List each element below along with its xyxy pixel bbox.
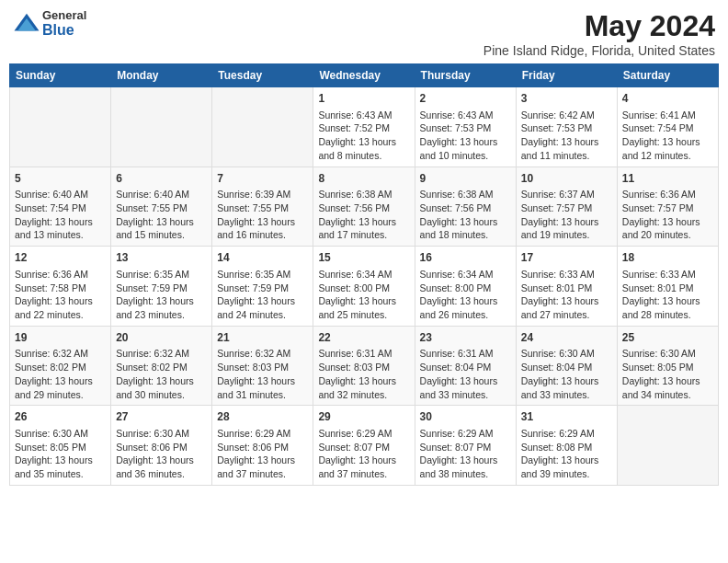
logo-text: General Blue — [42, 9, 86, 39]
day-info-line: Sunset: 7:56 PM — [420, 201, 511, 215]
day-info-line: Sunset: 7:55 PM — [217, 201, 308, 215]
calendar-cell: 30Sunrise: 6:29 AMSunset: 8:07 PMDayligh… — [415, 406, 516, 486]
logo-blue: Blue — [42, 22, 86, 39]
day-info-line: Sunset: 8:02 PM — [116, 361, 207, 374]
day-info-line: Sunset: 7:56 PM — [318, 201, 409, 215]
day-info-line: Sunrise: 6:38 AM — [318, 188, 409, 201]
day-info-line: Daylight: 13 hours — [521, 454, 612, 467]
calendar-cell: 23Sunrise: 6:31 AMSunset: 8:04 PMDayligh… — [415, 326, 516, 406]
day-number: 8 — [318, 171, 409, 187]
day-number: 12 — [15, 250, 106, 266]
header-cell-monday: Monday — [111, 64, 212, 87]
day-info-line: Sunset: 7:55 PM — [116, 201, 207, 215]
day-number: 19 — [15, 330, 106, 346]
day-info-line: Sunrise: 6:33 AM — [622, 268, 713, 282]
day-number: 31 — [521, 409, 612, 425]
day-info-line: Sunset: 8:05 PM — [15, 441, 106, 454]
day-info-line: Daylight: 13 hours — [521, 294, 612, 308]
day-info-line: Sunrise: 6:31 AM — [420, 347, 511, 361]
title-block: May 2024 Pine Island Ridge, Florida, Uni… — [483, 9, 715, 58]
day-number: 10 — [521, 171, 612, 187]
day-info-line: Daylight: 13 hours — [521, 374, 612, 388]
calendar-cell: 24Sunrise: 6:30 AMSunset: 8:04 PMDayligh… — [516, 326, 617, 406]
calendar-cell: 2Sunrise: 6:43 AMSunset: 7:53 PMDaylight… — [415, 87, 516, 167]
day-info-line: Daylight: 13 hours — [15, 374, 106, 388]
day-info-line: Sunset: 8:04 PM — [420, 361, 511, 374]
calendar-cell: 25Sunrise: 6:30 AMSunset: 8:05 PMDayligh… — [617, 326, 718, 406]
day-info-line: Sunset: 8:01 PM — [521, 282, 612, 295]
day-info-line: and 38 minutes. — [420, 467, 511, 481]
day-info-line: and 37 minutes. — [318, 467, 409, 481]
logo-general: General — [42, 9, 86, 22]
day-info-line: Sunrise: 6:30 AM — [622, 347, 713, 361]
day-info-line: Sunrise: 6:43 AM — [420, 109, 511, 122]
day-info-line: and 39 minutes. — [521, 467, 612, 481]
day-info-line: Sunset: 7:54 PM — [622, 121, 713, 135]
calendar-cell: 29Sunrise: 6:29 AMSunset: 8:07 PMDayligh… — [313, 406, 415, 486]
day-info-line: Daylight: 13 hours — [217, 374, 308, 388]
day-info-line: Sunrise: 6:29 AM — [217, 427, 308, 441]
day-info-line: and 13 minutes. — [15, 228, 106, 242]
day-number: 4 — [622, 91, 713, 107]
calendar-cell: 14Sunrise: 6:35 AMSunset: 7:59 PMDayligh… — [212, 247, 313, 327]
day-info-line: Daylight: 13 hours — [521, 215, 612, 229]
day-info-line: Daylight: 13 hours — [318, 374, 409, 388]
day-info-line: and 19 minutes. — [521, 228, 612, 242]
day-info-line: Daylight: 13 hours — [15, 294, 106, 308]
calendar-cell — [10, 87, 111, 167]
day-info-line: and 33 minutes. — [521, 388, 612, 402]
day-number: 29 — [318, 409, 409, 425]
day-info-line: and 20 minutes. — [622, 228, 713, 242]
day-info-line: Daylight: 13 hours — [217, 294, 308, 308]
day-number: 23 — [420, 330, 511, 346]
day-info-line: Daylight: 13 hours — [622, 135, 713, 149]
calendar-week-5: 26Sunrise: 6:30 AMSunset: 8:05 PMDayligh… — [10, 406, 719, 486]
day-info-line: Sunset: 8:03 PM — [318, 361, 409, 374]
logo: General Blue — [13, 9, 86, 39]
day-info-line: Sunset: 7:57 PM — [521, 201, 612, 215]
calendar-cell: 16Sunrise: 6:34 AMSunset: 8:00 PMDayligh… — [415, 247, 516, 327]
day-number: 16 — [420, 250, 511, 266]
day-info-line: Sunrise: 6:29 AM — [420, 427, 511, 441]
day-info-line: Sunrise: 6:38 AM — [420, 188, 511, 201]
day-number: 7 — [217, 171, 308, 187]
day-info-line: Sunset: 8:00 PM — [318, 282, 409, 295]
logo-icon — [13, 10, 40, 38]
calendar-cell: 9Sunrise: 6:38 AMSunset: 7:56 PMDaylight… — [415, 167, 516, 247]
day-info-line: Sunset: 7:59 PM — [116, 282, 207, 295]
day-info-line: Sunrise: 6:30 AM — [116, 427, 207, 441]
day-number: 21 — [217, 330, 308, 346]
calendar-week-2: 5Sunrise: 6:40 AMSunset: 7:54 PMDaylight… — [10, 167, 719, 247]
day-number: 6 — [116, 171, 207, 187]
day-number: 11 — [622, 171, 713, 187]
day-info-line: Sunrise: 6:43 AM — [318, 109, 409, 122]
page-header: General Blue May 2024 Pine Island Ridge,… — [9, 9, 719, 58]
header-cell-tuesday: Tuesday — [212, 64, 313, 87]
day-info-line: Sunset: 8:00 PM — [420, 282, 511, 295]
day-number: 9 — [420, 171, 511, 187]
day-info-line: and 34 minutes. — [622, 388, 713, 402]
day-info-line: Sunrise: 6:41 AM — [622, 109, 713, 122]
day-info-line: Sunrise: 6:33 AM — [521, 268, 612, 282]
day-info-line: Sunrise: 6:35 AM — [116, 268, 207, 282]
calendar-cell: 20Sunrise: 6:32 AMSunset: 8:02 PMDayligh… — [111, 326, 212, 406]
month-year-title: May 2024 — [483, 9, 715, 43]
day-info-line: Sunset: 8:05 PM — [622, 361, 713, 374]
day-info-line: Sunrise: 6:32 AM — [15, 347, 106, 361]
calendar-week-3: 12Sunrise: 6:36 AMSunset: 7:58 PMDayligh… — [10, 247, 719, 327]
day-info-line: Sunset: 7:53 PM — [521, 121, 612, 135]
calendar-cell: 28Sunrise: 6:29 AMSunset: 8:06 PMDayligh… — [212, 406, 313, 486]
day-info-line: Daylight: 13 hours — [318, 215, 409, 229]
day-info-line: Sunrise: 6:34 AM — [318, 268, 409, 282]
calendar-cell: 4Sunrise: 6:41 AMSunset: 7:54 PMDaylight… — [617, 87, 718, 167]
day-info-line: and 37 minutes. — [217, 467, 308, 481]
calendar-cell — [212, 87, 313, 167]
day-info-line: Daylight: 13 hours — [521, 135, 612, 149]
day-info-line: and 8 minutes. — [318, 149, 409, 163]
day-info-line: and 12 minutes. — [622, 149, 713, 163]
calendar-table: SundayMondayTuesdayWednesdayThursdayFrid… — [9, 63, 719, 486]
day-info-line: Sunset: 8:06 PM — [217, 441, 308, 454]
day-info-line: Sunrise: 6:39 AM — [217, 188, 308, 201]
day-info-line: Sunrise: 6:36 AM — [622, 188, 713, 201]
day-info-line: Daylight: 13 hours — [217, 454, 308, 467]
